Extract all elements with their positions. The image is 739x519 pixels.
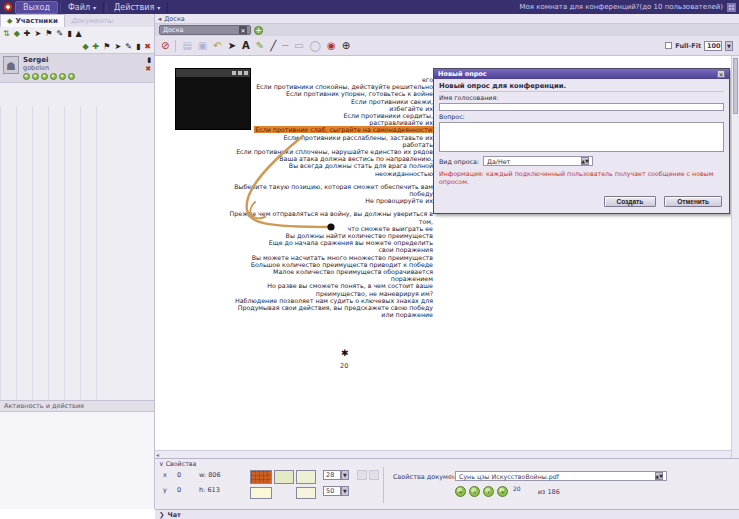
text-line: Малое количество преимуществ оборачивает…: [215, 268, 433, 275]
mic-icon[interactable]: ▮: [67, 29, 71, 38]
chat-expander[interactable]: ❯ Чат: [155, 509, 739, 519]
marker-tool-icon[interactable]: ✎: [256, 40, 264, 51]
scrollbar-thumb[interactable]: [733, 58, 738, 114]
text-line: Продумывая свои действия, вы предскажете…: [215, 304, 433, 311]
italic-button[interactable]: [369, 470, 379, 480]
kick-user-icon[interactable]: ✖: [144, 42, 151, 51]
pointer-icon[interactable]: ➤: [114, 42, 121, 51]
text-line: Если противники расслаблены, заставьте и…: [215, 134, 433, 141]
color-swatch[interactable]: [296, 470, 316, 484]
zoom-input[interactable]: 100: [704, 41, 722, 51]
permission-dot[interactable]: [23, 73, 30, 80]
mic-icon[interactable]: ▮: [147, 56, 151, 64]
pointer-icon[interactable]: ➤: [35, 29, 42, 38]
permission-dot[interactable]: [41, 73, 48, 80]
next-page-icon[interactable]: ›: [483, 486, 494, 497]
moderator-icon[interactable]: ◆: [82, 42, 88, 51]
undo-icon[interactable]: ↶: [213, 40, 221, 51]
straight-line-icon[interactable]: ─: [282, 40, 288, 51]
color-swatch[interactable]: [250, 487, 272, 499]
first-page-icon[interactable]: «: [455, 486, 466, 497]
horizontal-scrollbar[interactable]: ◂: [155, 450, 731, 458]
document-select[interactable]: Сунь цзы ИскусствоВойны.pdf ▲▼: [455, 471, 667, 481]
permission-dot[interactable]: [32, 73, 39, 80]
file-menu[interactable]: Файл▾: [60, 2, 104, 13]
mic-icon[interactable]: ▮: [136, 42, 140, 51]
select-stepper-icon[interactable]: ▲▼: [655, 472, 663, 480]
dialog-titlebar[interactable]: Новый опрос ✕: [434, 69, 729, 79]
bold-button[interactable]: [357, 470, 367, 480]
close-tab-icon[interactable]: ✕: [239, 26, 247, 34]
properties-header[interactable]: ∨ Свойства: [159, 460, 196, 467]
poll-question-textarea[interactable]: [439, 122, 724, 152]
cancel-button[interactable]: Отменить: [664, 196, 722, 207]
fullfit-checkbox[interactable]: [665, 42, 672, 49]
whiteboard-canvas[interactable]: егоЕсли противники спокойны, действуйте …: [155, 56, 739, 458]
opacity-spin-icon[interactable]: ▼: [341, 486, 349, 496]
zoom-stepper[interactable]: ▼: [725, 41, 733, 51]
kick-user-icon[interactable]: ✖: [145, 65, 151, 73]
new-document-icon[interactable]: ▤: [182, 40, 191, 51]
poll-name-input[interactable]: [439, 103, 724, 111]
scroll-left-icon[interactable]: ◂: [156, 451, 159, 458]
file-menu-label: Файл: [68, 3, 90, 12]
add-board-icon[interactable]: +: [254, 26, 263, 35]
spin-icon: ▼: [727, 44, 731, 48]
text-tool-icon[interactable]: A: [242, 40, 250, 51]
poll-type-select[interactable]: Да/Нет ▲▼: [483, 156, 593, 166]
font-size-spin-icon[interactable]: ▼: [341, 470, 349, 480]
users-sort-icon[interactable]: ⇅: [3, 29, 10, 38]
minimize-icon[interactable]: [232, 71, 236, 75]
pointer-eye-icon[interactable]: ◉: [327, 40, 336, 51]
text-line: Не провоцируйте их: [215, 197, 433, 204]
edit-icon[interactable]: ✎: [125, 42, 132, 51]
last-page-icon[interactable]: »: [497, 486, 508, 497]
save-icon[interactable]: ▣: [198, 40, 207, 51]
app-logo-icon: [3, 2, 13, 12]
vertical-scrollbar[interactable]: [731, 56, 739, 458]
ellipse-tool-icon[interactable]: ◯: [310, 40, 321, 51]
opacity-input[interactable]: 50: [323, 486, 341, 496]
dialog-buttons: Создать Отменить: [439, 194, 724, 210]
zoom-in-icon[interactable]: ⊕: [342, 40, 350, 51]
select-pointer-icon[interactable]: ➤: [228, 40, 236, 51]
participant-row[interactable]: ☗ Sergei gobelen ▮ ✖: [0, 53, 154, 83]
flag-icon[interactable]: ⚑: [45, 29, 52, 38]
fill-color-swatch[interactable]: [250, 470, 272, 484]
poll-type-value: Да/Нет: [487, 158, 510, 165]
tab-participants[interactable]: ◆Участники: [0, 14, 65, 27]
exit-button[interactable]: Выход: [15, 1, 58, 14]
maximize-icon[interactable]: [238, 71, 242, 75]
actions-menu[interactable]: Действия▾: [106, 2, 168, 13]
tab-documents[interactable]: Документы: [65, 14, 119, 27]
clear-board-icon[interactable]: ⊘: [161, 40, 169, 51]
board-tab[interactable]: Доска ✕: [159, 25, 251, 35]
text-line: Выберите такую позицию, которая сможет о…: [215, 183, 433, 190]
arrow-up-icon[interactable]: ▲: [76, 29, 82, 38]
draw-line-icon[interactable]: ╱: [270, 40, 276, 51]
color-swatch[interactable]: [296, 487, 316, 499]
permission-dot[interactable]: [68, 73, 75, 80]
permission-dot[interactable]: [50, 73, 57, 80]
close-icon[interactable]: [244, 71, 248, 75]
flag-icon[interactable]: ⚑: [103, 42, 110, 51]
font-size-input[interactable]: 28: [323, 470, 341, 480]
create-button[interactable]: Создать: [604, 196, 657, 207]
color-swatch[interactable]: [274, 470, 294, 484]
rectangle-tool-icon[interactable]: ▭: [294, 40, 303, 51]
edit-icon[interactable]: ✎: [56, 29, 63, 38]
prev-page-icon[interactable]: ‹: [469, 486, 480, 497]
chat-label: Чат: [167, 511, 180, 519]
add-user-icon[interactable]: ✚: [24, 29, 31, 38]
participants-toolbar-row1: ⇅ ◆ ✚ ➤ ⚑ ✎ ▮ ▲: [0, 27, 154, 40]
close-dialog-icon[interactable]: ✕: [717, 70, 725, 78]
sidebar-tabs: ◆Участники Документы: [0, 14, 154, 27]
permission-dot[interactable]: [59, 73, 66, 80]
board-panel-title: Доска: [164, 15, 185, 23]
moderator-icon[interactable]: ◆: [14, 29, 20, 38]
add-user-icon[interactable]: ✚: [93, 42, 100, 51]
select-stepper-icon[interactable]: ▲▼: [581, 157, 589, 165]
board-panel-header: ◂ Доска: [155, 14, 739, 24]
activity-section-header[interactable]: Активность и действия: [0, 400, 154, 412]
collapse-sidebar-icon[interactable]: ◂: [158, 15, 161, 23]
